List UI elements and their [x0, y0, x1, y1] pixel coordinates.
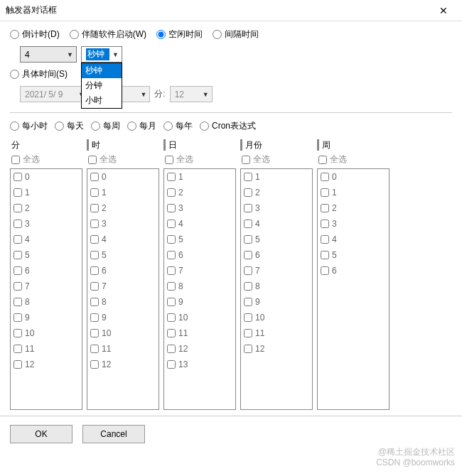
item-checkbox[interactable]	[14, 298, 22, 306]
list-item[interactable]: 11	[164, 325, 235, 341]
item-checkbox[interactable]	[14, 345, 22, 353]
item-checkbox[interactable]	[90, 251, 99, 259]
item-checkbox[interactable]	[321, 251, 329, 259]
list-item[interactable]: 12	[87, 357, 159, 372]
list-item[interactable]: 6	[11, 263, 82, 278]
list-item[interactable]: 5	[318, 247, 389, 263]
list-item[interactable]: 0	[318, 169, 389, 185]
listbox[interactable]: 0123456789101112	[10, 168, 82, 410]
item-checkbox[interactable]	[321, 188, 329, 197]
ok-button[interactable]: OK	[10, 425, 72, 443]
item-checkbox[interactable]	[321, 235, 329, 244]
list-item[interactable]: 8	[87, 294, 159, 310]
item-checkbox[interactable]	[321, 220, 329, 228]
item-checkbox[interactable]	[244, 204, 252, 212]
item-checkbox[interactable]	[244, 266, 252, 275]
item-checkbox[interactable]	[90, 266, 99, 275]
list-item[interactable]: 7	[164, 263, 235, 278]
radio-idle[interactable]: 空闲时间	[156, 28, 203, 40]
list-item[interactable]: 5	[164, 232, 235, 247]
list-item[interactable]: 5	[87, 247, 159, 263]
list-item[interactable]: 4	[318, 232, 389, 247]
list-item[interactable]: 0	[87, 169, 159, 185]
item-checkbox[interactable]	[167, 282, 176, 291]
item-checkbox[interactable]	[167, 266, 176, 275]
list-item[interactable]: 9	[11, 310, 82, 325]
listbox[interactable]: 0123456	[317, 168, 390, 410]
list-item[interactable]: 11	[241, 325, 312, 341]
list-item[interactable]: 10	[11, 325, 82, 341]
item-checkbox[interactable]	[167, 173, 176, 181]
number-combo[interactable]: 4 ▼	[20, 46, 77, 63]
item-checkbox[interactable]	[244, 251, 252, 259]
list-item[interactable]: 4	[164, 216, 235, 232]
dropdown-option[interactable]: 秒钟	[82, 63, 122, 78]
list-item[interactable]: 12	[241, 341, 312, 357]
list-item[interactable]: 12	[164, 341, 235, 357]
list-item[interactable]: 3	[87, 216, 159, 232]
select-all-checkbox[interactable]: 全选	[10, 153, 82, 166]
item-checkbox[interactable]	[90, 235, 99, 244]
list-item[interactable]: 2	[11, 200, 82, 216]
item-checkbox[interactable]	[14, 188, 22, 197]
item-checkbox[interactable]	[244, 329, 252, 337]
radio-cron[interactable]: Cron表达式	[200, 120, 256, 132]
item-checkbox[interactable]	[14, 313, 22, 322]
list-item[interactable]: 4	[241, 216, 312, 232]
item-checkbox[interactable]	[321, 173, 329, 181]
select-all-checkbox[interactable]: 全选	[163, 153, 236, 166]
item-checkbox[interactable]	[90, 173, 99, 181]
radio-yearly[interactable]: 每年	[163, 120, 193, 132]
list-item[interactable]: 7	[87, 278, 159, 294]
list-item[interactable]: 3	[164, 200, 235, 216]
close-icon[interactable]: ✕	[429, 0, 458, 21]
list-item[interactable]: 13	[164, 357, 235, 372]
list-item[interactable]: 9	[241, 294, 312, 310]
item-checkbox[interactable]	[90, 188, 99, 197]
item-checkbox[interactable]	[244, 313, 252, 322]
list-item[interactable]: 6	[87, 263, 159, 278]
select-all-checkbox[interactable]: 全选	[240, 153, 313, 166]
item-checkbox[interactable]	[90, 360, 99, 369]
item-checkbox[interactable]	[167, 313, 176, 322]
list-item[interactable]: 7	[11, 278, 82, 294]
list-item[interactable]: 1	[318, 185, 389, 200]
dropdown-option[interactable]: 分钟	[82, 78, 122, 93]
date-combo[interactable]: 2021/ 5/ 9 ▼	[20, 86, 88, 102]
item-checkbox[interactable]	[244, 345, 252, 353]
item-checkbox[interactable]	[167, 251, 176, 259]
item-checkbox[interactable]	[167, 298, 176, 306]
item-checkbox[interactable]	[167, 204, 176, 212]
dropdown-option[interactable]: 小时	[82, 93, 122, 108]
list-item[interactable]: 10	[87, 325, 159, 341]
item-checkbox[interactable]	[167, 329, 176, 337]
list-item[interactable]: 0	[11, 169, 82, 185]
list-item[interactable]: 12	[11, 357, 82, 372]
list-item[interactable]: 9	[87, 310, 159, 325]
item-checkbox[interactable]	[90, 282, 99, 291]
select-all-checkbox[interactable]: 全选	[87, 153, 159, 166]
radio-weekly[interactable]: 每周	[91, 120, 120, 132]
select-all-checkbox[interactable]: 全选	[317, 153, 390, 166]
list-item[interactable]: 1	[87, 185, 159, 200]
item-checkbox[interactable]	[244, 188, 252, 197]
item-checkbox[interactable]	[14, 282, 22, 291]
list-item[interactable]: 2	[87, 200, 159, 216]
list-item[interactable]: 10	[241, 310, 312, 325]
radio-interval[interactable]: 间隔时间	[213, 28, 259, 40]
item-checkbox[interactable]	[14, 360, 22, 369]
list-item[interactable]: 5	[11, 247, 82, 263]
minute-combo[interactable]: 12 ▼	[170, 86, 213, 102]
item-checkbox[interactable]	[14, 235, 22, 244]
list-item[interactable]: 3	[11, 216, 82, 232]
item-checkbox[interactable]	[321, 204, 329, 212]
list-item[interactable]: 4	[11, 232, 82, 247]
list-item[interactable]: 9	[164, 294, 235, 310]
list-item[interactable]: 1	[241, 169, 312, 185]
list-item[interactable]: 8	[241, 278, 312, 294]
list-item[interactable]: 10	[164, 310, 235, 325]
radio-hourly[interactable]: 每小时	[10, 120, 48, 132]
item-checkbox[interactable]	[90, 313, 99, 322]
list-item[interactable]: 2	[241, 185, 312, 200]
item-checkbox[interactable]	[167, 345, 176, 353]
